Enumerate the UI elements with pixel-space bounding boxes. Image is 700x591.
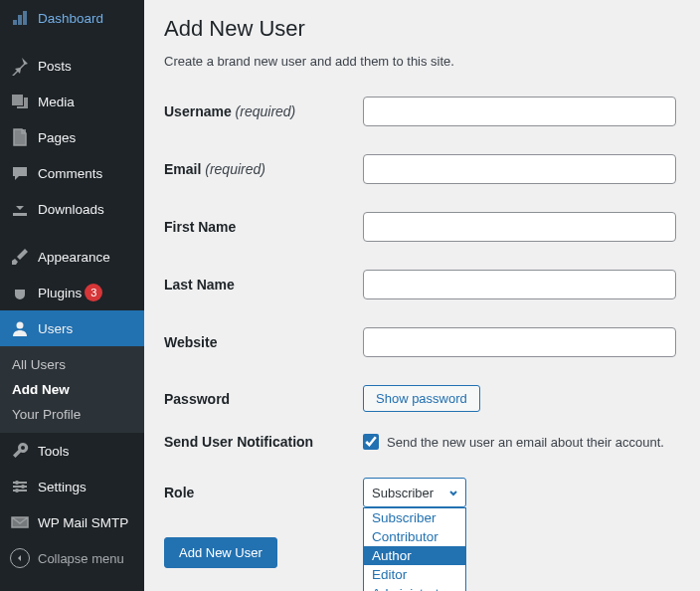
add-new-user-button[interactable]: Add New User: [164, 537, 277, 568]
collapse-icon: [10, 548, 30, 568]
settings-icon: [10, 477, 30, 496]
submenu-add-new[interactable]: Add New: [0, 377, 144, 402]
sidebar-item-wp-mail-smtp[interactable]: WP Mail SMTP: [0, 504, 144, 540]
show-password-button[interactable]: Show password: [363, 385, 480, 412]
main-content: Add New User Create a brand new user and…: [144, 0, 700, 591]
sidebar-item-label: Pages: [38, 130, 76, 145]
notification-checkbox[interactable]: [363, 434, 379, 450]
role-option-subscriber[interactable]: Subscriber: [364, 508, 465, 527]
dashboard-icon: [10, 8, 30, 28]
website-label: Website: [164, 334, 363, 350]
sidebar-item-media[interactable]: Media: [0, 84, 144, 119]
users-submenu: All Users Add New Your Profile: [0, 346, 144, 433]
sidebar-item-label: Downloads: [38, 202, 104, 217]
firstname-label: First Name: [164, 219, 363, 235]
submenu-all-users[interactable]: All Users: [0, 352, 144, 377]
sidebar-item-appearance[interactable]: Appearance: [0, 239, 144, 275]
svg-rect-8: [12, 517, 28, 527]
notification-label: Send User Notification: [164, 434, 363, 450]
brush-icon: [10, 247, 30, 267]
sidebar-item-label: Posts: [38, 59, 72, 74]
sidebar-item-pages[interactable]: Pages: [0, 119, 144, 155]
sidebar-item-label: Media: [38, 95, 75, 109]
svg-point-7: [15, 489, 19, 492]
firstname-field[interactable]: [363, 212, 676, 242]
lastname-field[interactable]: [363, 270, 676, 299]
password-label: Password: [164, 391, 363, 407]
website-field[interactable]: [363, 327, 676, 357]
email-label: Email (required): [164, 161, 363, 177]
plug-icon: [10, 283, 30, 302]
svg-rect-0: [14, 129, 26, 145]
notification-text: Send the new user an email about their a…: [387, 435, 664, 450]
sidebar-item-label: Users: [38, 321, 73, 336]
admin-sidebar: Dashboard Posts Media Pages Comments Dow…: [0, 0, 144, 591]
mail-icon: [10, 512, 30, 532]
sidebar-item-users[interactable]: Users: [0, 310, 144, 346]
sidebar-item-settings[interactable]: Settings: [0, 469, 144, 504]
role-select[interactable]: Subscriber: [363, 478, 466, 507]
svg-point-6: [21, 485, 25, 489]
comment-icon: [10, 163, 30, 183]
sidebar-item-downloads[interactable]: Downloads: [0, 191, 144, 227]
pages-icon: [10, 127, 30, 147]
sidebar-item-plugins[interactable]: Plugins 3: [0, 275, 144, 310]
username-field[interactable]: [363, 97, 676, 126]
sidebar-item-dashboard[interactable]: Dashboard: [0, 0, 144, 36]
submenu-your-profile[interactable]: Your Profile: [0, 402, 144, 427]
sidebar-item-label: Tools: [38, 444, 70, 459]
email-field[interactable]: [363, 154, 676, 184]
role-option-contributor[interactable]: Contributor: [364, 527, 465, 546]
sidebar-item-posts[interactable]: Posts: [0, 48, 144, 84]
sidebar-item-tools[interactable]: Tools: [0, 433, 144, 469]
sidebar-item-label: Comments: [38, 166, 102, 181]
page-description: Create a brand new user and add them to …: [164, 54, 680, 69]
sidebar-item-label: Dashboard: [38, 11, 103, 26]
sidebar-item-label: Appearance: [38, 250, 110, 265]
collapse-menu-button[interactable]: Collapse menu: [0, 540, 144, 576]
role-selected-value: Subscriber: [372, 486, 434, 500]
collapse-label: Collapse menu: [38, 551, 124, 566]
page-title: Add New User: [164, 16, 680, 42]
download-icon: [10, 199, 30, 219]
sidebar-item-label: WP Mail SMTP: [38, 515, 128, 530]
update-badge: 3: [85, 284, 102, 301]
media-icon: [10, 92, 30, 111]
svg-point-1: [17, 322, 24, 329]
svg-point-5: [15, 481, 19, 485]
wrench-icon: [10, 441, 30, 461]
pin-icon: [10, 56, 30, 76]
role-option-administrator[interactable]: Administrator: [364, 584, 465, 591]
sidebar-item-label: Plugins: [38, 286, 82, 300]
role-dropdown: Subscriber Contributor Author Editor Adm…: [363, 507, 466, 591]
chevron-down-icon: [447, 487, 459, 498]
lastname-label: Last Name: [164, 277, 363, 293]
user-icon: [10, 318, 30, 338]
role-option-editor[interactable]: Editor: [364, 565, 465, 584]
sidebar-item-comments[interactable]: Comments: [0, 155, 144, 191]
sidebar-item-label: Settings: [38, 480, 87, 494]
role-option-author[interactable]: Author: [364, 546, 465, 565]
role-label: Role: [164, 485, 363, 500]
username-label: Username (required): [164, 103, 363, 119]
